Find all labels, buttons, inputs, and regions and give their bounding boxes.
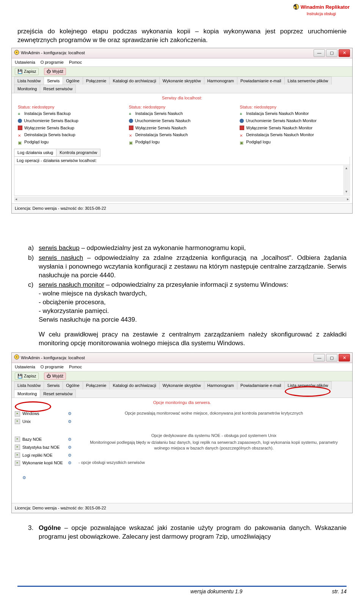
radiation-icon	[293, 4, 299, 11]
gear-icon[interactable]: ⚙	[68, 445, 72, 450]
stop-icon	[240, 126, 244, 130]
option-noe[interactable]: ▸Logi repliki NOE⚙	[15, 451, 72, 459]
uninstall-action[interactable]: Deinstalacja Serwis Nasłuch	[129, 131, 235, 138]
tab[interactable]: Harmonogram	[204, 77, 237, 85]
tab[interactable]: Ogólne	[63, 77, 83, 85]
open-icon: ▸	[15, 461, 20, 466]
sub-tab[interactable]: Kontrola programów	[56, 149, 100, 157]
desc-text: - opcje obsługi wszystkich serwisów	[78, 460, 349, 465]
x-icon	[129, 133, 133, 137]
install-action[interactable]: Instalacja Serwis Nasłuch Monitor	[240, 110, 346, 117]
close-button[interactable]: ✕	[339, 49, 350, 57]
tab[interactable]: Połączenie	[83, 77, 110, 85]
doc-version: wersja dokumentu 1.9	[190, 588, 242, 595]
option-noe[interactable]: ▸Wykonanie kopii NOE⚙	[15, 459, 72, 467]
run-action[interactable]: Uruchomienie Serwis Nasłuch	[129, 117, 235, 124]
tab[interactable]: Lista serwerów plików	[284, 77, 332, 85]
run-action[interactable]: Uruchomienie Serwis Nasłuch Monitor	[240, 117, 346, 124]
gear-icon[interactable]: ⚙	[68, 419, 72, 424]
list-marker: 3.	[28, 524, 39, 541]
menu-item[interactable]: Ustawienia	[15, 364, 35, 370]
term: serwis nasłuch monitor	[39, 281, 104, 288]
tab[interactable]: Powiadamianie e-mail	[237, 381, 285, 390]
save-button[interactable]: 💾Zapisz	[15, 373, 39, 380]
install-action[interactable]: Instalacja Serwis Backup	[18, 110, 124, 117]
option-noe[interactable]: ▸Bazy NOE⚙	[15, 435, 72, 443]
log-icon	[129, 140, 133, 145]
tab[interactable]: Lista hostów	[14, 77, 44, 85]
save-button[interactable]: 💾Zapisz	[15, 68, 39, 75]
menu-item[interactable]: O programie	[41, 60, 64, 65]
tab[interactable]: Lista hostów	[14, 381, 44, 390]
gear-icon	[18, 119, 22, 123]
app-icon	[14, 50, 19, 57]
off-action[interactable]: Wyłączenie Serwis Nasłuch Monitor	[240, 124, 346, 132]
open-icon: ▸	[15, 411, 20, 417]
open-icon: ▸	[15, 445, 20, 450]
scrollbar-vertical[interactable]: ▴▾	[343, 165, 349, 195]
tab[interactable]: Harmonogram	[204, 381, 237, 390]
maximize-button[interactable]: ▢	[326, 49, 337, 57]
status-text: Status: niedostępny	[240, 104, 346, 110]
gear-icon[interactable]: ⚙	[68, 437, 72, 442]
gear-icon[interactable]: ⚙	[68, 460, 72, 466]
tab[interactable]: Ogólne	[63, 381, 83, 390]
svg-point-3	[16, 52, 17, 53]
menu-bar: Ustawienia O programie Pomoc	[12, 363, 352, 371]
brand-sub: Instrukcja obsługi	[293, 11, 350, 17]
tab[interactable]: Powiadamianie e-mail	[237, 77, 285, 85]
app-icon	[14, 354, 19, 361]
plus-icon	[129, 111, 133, 116]
menu-item[interactable]: Pomoc	[69, 364, 82, 370]
tab[interactable]: Połączenie	[83, 381, 110, 390]
exit-button[interactable]: ⏻Wyjdź	[44, 68, 66, 75]
sub-tab[interactable]: Log działania usług	[14, 149, 56, 157]
log-action[interactable]: Podgląd logu	[240, 138, 346, 146]
tab[interactable]: Wykonanie skryptów	[159, 381, 204, 390]
term: serwis backup	[39, 244, 80, 251]
uninstall-action[interactable]: Deinstalacja Serwis backup	[18, 131, 124, 138]
tab[interactable]: Wykonanie skryptów	[159, 77, 204, 85]
close-button[interactable]: ✕	[339, 354, 350, 362]
menu-item[interactable]: Pomoc	[69, 60, 82, 65]
option-noe[interactable]: ▸Statystyka baz NOE⚙	[15, 443, 72, 451]
off-action[interactable]: Wyłączenie Serwis Nasłuch	[129, 124, 235, 132]
install-action[interactable]: Instalacja Serwis Nasłuch	[129, 110, 235, 117]
tab[interactable]: Katalogi do archiwizacji	[109, 381, 159, 390]
tabs-row: Lista hostówSerwisOgólnePołączenieKatalo…	[12, 77, 352, 94]
log-action[interactable]: Podgląd logu	[18, 138, 124, 146]
tab[interactable]: Monitoring	[14, 85, 40, 93]
tab[interactable]: Monitoring	[14, 390, 40, 398]
menu-item[interactable]: Ustawienia	[15, 60, 35, 65]
log-action[interactable]: Podgląd logu	[129, 138, 235, 146]
log-header: Log operacji - działania serwisów localh…	[14, 157, 350, 165]
tab[interactable]: Reset serwisów	[40, 85, 76, 93]
service-col-backup: Status: niedostępny Instalacja Serwis Ba…	[18, 104, 124, 146]
uninstall-action[interactable]: Deinstalacja Serwis Nasłuch Monitor	[240, 131, 346, 138]
tab[interactable]: Katalogi do archiwizacji	[109, 77, 159, 85]
annotation-circle	[285, 386, 331, 397]
annotation-circle	[15, 401, 51, 412]
tab[interactable]: Reset serwisów	[40, 390, 76, 398]
maximize-button[interactable]: ▢	[326, 354, 337, 362]
run-action[interactable]: Uruchomienie Serwis Backup	[18, 117, 124, 124]
screenshot-1: WinAdmin - konfiguracja: localhost — ▢ ✕…	[11, 48, 353, 214]
minimize-button[interactable]: —	[314, 354, 325, 362]
toolbar: 💾Zapisz ⏻Wyjdź	[12, 371, 352, 381]
tab[interactable]: Serwis	[44, 77, 63, 85]
scrollbar-horizontal[interactable]: ◂▸	[14, 196, 350, 202]
list-marker: b)	[28, 254, 39, 280]
minimize-button[interactable]: —	[314, 49, 325, 57]
open-icon: ▸	[15, 453, 20, 458]
section-title: Serwisy dla localhost:	[12, 93, 352, 103]
exit-icon: ⏻	[47, 69, 51, 74]
menu-item[interactable]: O programie	[41, 364, 64, 370]
option-all[interactable]: ⚙	[15, 474, 72, 482]
option-unix[interactable]: ▸Unix⚙	[15, 418, 72, 426]
tab[interactable]: Serwis	[44, 381, 63, 390]
off-action[interactable]: Wyłączenie Serwis Backup	[18, 124, 124, 132]
gear-icon[interactable]: ⚙	[68, 453, 72, 458]
gear-icon[interactable]: ⚙	[68, 411, 72, 417]
exit-button[interactable]: ⏻Wyjdź	[44, 373, 66, 380]
gear-icon[interactable]: ⚙	[22, 475, 26, 481]
